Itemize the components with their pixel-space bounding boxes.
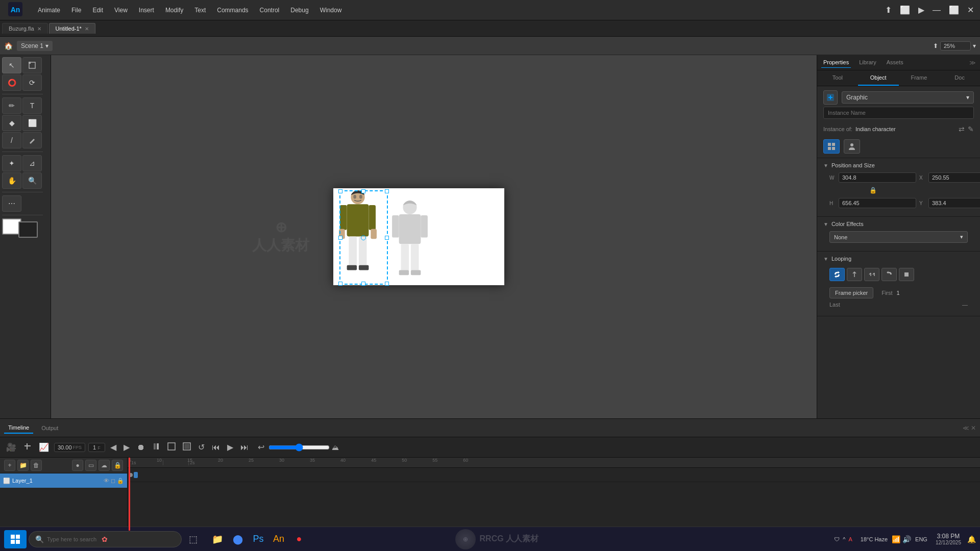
layer-row-1[interactable]: ⬜ Layer_1 👁 ◻ 🔒 <box>0 473 127 488</box>
menu-insert[interactable]: Insert <box>134 5 159 16</box>
delete-layer-btn[interactable]: 🗑 <box>31 460 42 471</box>
chrome-icon[interactable]: ⬤ <box>229 530 247 548</box>
add-folder-btn[interactable]: 📁 <box>17 460 29 471</box>
menu-control[interactable]: Control <box>255 5 285 16</box>
pos-size-title[interactable]: ▼ Position and Size <box>823 162 974 168</box>
layer-settings-btn[interactable]: ☁ <box>99 460 110 471</box>
extend-btn[interactable] <box>181 440 193 455</box>
menu-edit[interactable]: Edit <box>87 5 108 16</box>
prop-tab-assets[interactable]: Assets <box>885 57 905 68</box>
menu-window[interactable]: Window <box>315 5 347 16</box>
next-frame-btn[interactable]: ▶ <box>121 440 132 454</box>
current-frame[interactable]: 1 <box>93 444 96 450</box>
lang-display[interactable]: ENG <box>913 536 929 542</box>
zoom-tool[interactable]: 🔍 <box>22 172 42 189</box>
layer-vis-outline[interactable]: ◻ <box>111 478 115 484</box>
play-btn[interactable]: ▶ <box>225 440 235 454</box>
menu-debug[interactable]: Debug <box>285 5 313 16</box>
loop-icon-stop[interactable] <box>899 268 914 281</box>
handle-mid-right[interactable] <box>385 236 389 240</box>
eyedrop-tool[interactable]: ⊿ <box>22 155 42 171</box>
lock-icon[interactable]: 🔒 <box>868 186 878 195</box>
loop-icon-pingpong[interactable] <box>864 268 879 281</box>
up-arrow-icon[interactable]: ^ <box>843 536 845 542</box>
settings-icon[interactable]: ⬜ <box>898 3 912 17</box>
loop-icon-repeat[interactable] <box>829 268 845 281</box>
eraser-tool[interactable]: ✦ <box>2 155 21 171</box>
snap-btn[interactable] <box>165 440 178 455</box>
tab-buzurg[interactable]: Buzurg.fla ✕ <box>2 23 48 34</box>
rotate-tool[interactable]: ⟳ <box>22 74 42 91</box>
tab-buzurg-close[interactable]: ✕ <box>37 26 41 32</box>
handle-bot-mid[interactable] <box>361 282 365 286</box>
task-view-icon[interactable]: ⬚ <box>184 530 202 548</box>
more-tools[interactable]: ⋯ <box>2 195 21 212</box>
fill-color-swatch[interactable] <box>18 221 38 238</box>
hand-tool[interactable]: ✋ <box>2 172 21 189</box>
w-input[interactable] <box>839 172 916 183</box>
prop-tab-tool[interactable]: Tool <box>817 70 858 86</box>
tab-untitled-close[interactable]: ✕ <box>85 26 89 32</box>
publish-icon[interactable]: ⬆ <box>883 3 894 17</box>
prev-frame-btn[interactable]: ◀ <box>108 440 118 454</box>
volume-icon[interactable]: 🔊 <box>902 535 911 543</box>
loop-btn[interactable]: ↺ <box>196 440 207 454</box>
rect-tool[interactable]: ⬜ <box>22 115 42 131</box>
handle-bot-left[interactable] <box>338 282 342 286</box>
timeline-expand[interactable]: ≪ ✕ <box>963 424 976 432</box>
animate-icon[interactable]: An <box>270 530 288 548</box>
scrubber[interactable] <box>268 443 330 452</box>
minimize-icon[interactable]: — <box>930 4 943 17</box>
type-dropdown[interactable]: Graphic ▾ <box>842 91 974 104</box>
media-icon[interactable]: ● <box>290 530 308 548</box>
prop-tab-object[interactable]: Object <box>858 70 899 86</box>
maximize-icon[interactable]: ⬜ <box>947 3 961 17</box>
timeline-tab-output[interactable]: Output <box>37 423 62 433</box>
add-layer-btn[interactable]: + <box>4 460 15 471</box>
x-input[interactable] <box>928 172 980 183</box>
lasso-tool[interactable]: ⭕ <box>2 74 21 91</box>
tab-untitled[interactable]: Untitled-1* ✕ <box>49 23 95 34</box>
layer-vis-eye[interactable]: 👁 <box>104 478 109 484</box>
prop-tab-properties[interactable]: Properties <box>821 57 851 68</box>
text-tool[interactable]: T <box>22 97 42 114</box>
layer-vis-lock[interactable]: 🔒 <box>117 478 124 484</box>
menu-animate[interactable]: Animate <box>33 5 65 16</box>
prop-panel-expand[interactable]: ≫ <box>969 59 976 66</box>
menu-file[interactable]: File <box>66 5 86 16</box>
loop-icon-single[interactable] <box>847 268 862 281</box>
loop-record-btn[interactable]: ⏺ <box>135 441 147 454</box>
line-tool[interactable]: / <box>2 132 21 148</box>
lock-layer-btn[interactable]: 🔒 <box>112 460 123 471</box>
looping-title[interactable]: ▼ Looping <box>823 256 974 262</box>
brush-tool[interactable] <box>22 132 42 148</box>
fps-value[interactable]: 30.00 <box>58 444 72 450</box>
handle-top-right[interactable] <box>385 189 389 193</box>
symbol-icon-grid[interactable] <box>823 139 840 154</box>
fill-tool[interactable]: ◆ <box>2 115 21 131</box>
instance-swap-icon[interactable]: ⇄ <box>959 125 965 133</box>
frame-picker-button[interactable]: Frame picker <box>829 287 873 298</box>
notification-icon[interactable]: 🔔 <box>967 535 976 543</box>
color-effects-title[interactable]: ▼ Color Effects <box>823 221 974 227</box>
color-effects-dropdown[interactable]: None ▾ <box>829 231 968 243</box>
prop-tab-library[interactable]: Library <box>857 57 878 68</box>
next-keyframe-btn[interactable]: ⏭ <box>238 441 251 454</box>
chart-btn[interactable]: 📈 <box>37 440 51 454</box>
prop-tab-frame[interactable]: Frame <box>899 70 940 86</box>
file-explorer-icon[interactable]: 📁 <box>208 530 227 548</box>
y-input[interactable] <box>928 198 980 208</box>
network-icon[interactable]: 📶 <box>892 535 900 543</box>
prev-keyframe-btn[interactable]: ⏮ <box>210 441 222 454</box>
loop-icon-reverse[interactable] <box>881 268 897 281</box>
addlayer-btn[interactable] <box>21 440 34 455</box>
menu-modify[interactable]: Modify <box>160 5 188 16</box>
menu-view[interactable]: View <box>109 5 133 16</box>
timeline-tab-timeline[interactable]: Timeline <box>4 422 33 434</box>
zoom-down-icon[interactable]: ▾ <box>973 42 976 49</box>
toggle-outline-btn[interactable]: ▭ <box>85 460 96 471</box>
instance-name-input[interactable] <box>823 107 974 119</box>
play-icon[interactable]: ▶ <box>916 3 926 17</box>
zoom-up-icon[interactable]: ⬆ <box>933 42 938 49</box>
h-input[interactable] <box>839 198 916 208</box>
